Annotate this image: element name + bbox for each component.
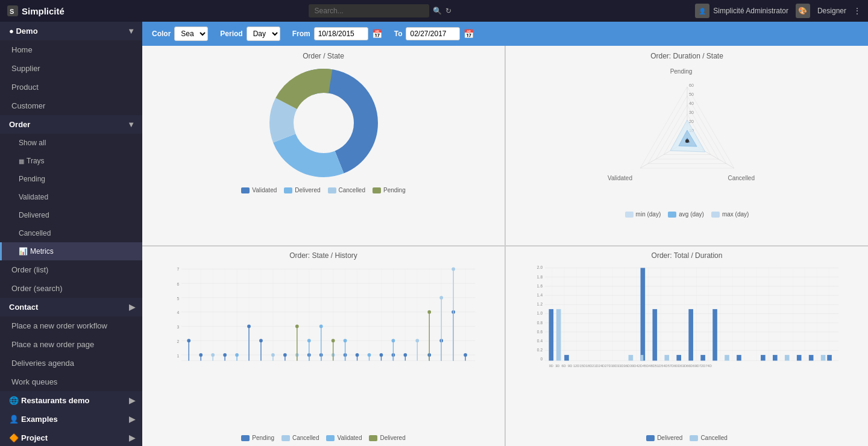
svg-point-133 (427, 310, 431, 314)
legend-validated: Validated (241, 187, 277, 193)
from-input[interactable] (314, 27, 368, 40)
svg-point-115 (451, 268, 455, 271)
from-calendar-icon[interactable]: 📅 (372, 29, 382, 39)
topbar: S Simplicité 🔍 ↻ 👤 Simplicité Administra… (0, 0, 868, 22)
order-arrow: ▼ (127, 120, 135, 129)
legend-delivered: Delivered (284, 187, 320, 193)
history-chart-title: Order: State / History (289, 251, 357, 260)
svg-text:40: 40 (689, 101, 694, 105)
lollipop-delivered (295, 310, 431, 361)
svg-text:57D: 57D (668, 364, 674, 368)
topbar-right: 👤 Simplicité Administrator 🎨 Designer ⋮ (695, 4, 861, 18)
svg-rect-222 (725, 355, 729, 361)
vert-grid (189, 269, 465, 360)
radar-legend: min (day) avg (day) max (day) (625, 211, 749, 218)
svg-text:0: 0 (540, 357, 542, 361)
history-chart: 7 6 5 4 3 2 1 (145, 262, 502, 431)
lollipop-pending (187, 310, 467, 361)
sidebar-item-product[interactable]: Product (0, 78, 142, 96)
duration-svg: 2.0 1.8 1.6 1.4 1.2 1.0 0.8 0.6 0.4 0.2 … (508, 262, 866, 377)
sidebar-item-pending[interactable]: Pending (0, 170, 142, 188)
sidebar-section-examples[interactable]: 👤 Examples ▶ (0, 410, 142, 429)
svg-text:5: 5 (177, 297, 179, 301)
sidebar-item-validated[interactable]: Validated (0, 188, 142, 206)
sidebar-item-trays[interactable]: ▦ Trays (0, 152, 142, 170)
radar-chart: Pending Validated Cancelled (603, 63, 772, 207)
sidebar-item-cancelled[interactable]: Cancelled (0, 224, 142, 242)
duration-legend: Delivered Cancelled (646, 435, 728, 441)
svg-rect-215 (797, 355, 802, 361)
sidebar-item-order-list[interactable]: Order (list) (0, 260, 142, 279)
user-name: Simplicité Administrator (713, 7, 788, 15)
sidebar-item-customer[interactable]: Customer (0, 96, 142, 115)
svg-text:0.2: 0.2 (537, 348, 543, 352)
app-name: Simplicité (22, 6, 64, 16)
period-label: Period (220, 30, 242, 38)
svg-point-105 (271, 353, 275, 357)
to-group: To 📅 (394, 27, 474, 40)
legend-hist-validated: Validated (326, 435, 362, 441)
svg-text:27D: 27D (605, 364, 611, 368)
sidebar-item-metrics[interactable]: 📊 Metrics (0, 242, 142, 260)
svg-text:1.4: 1.4 (537, 293, 543, 297)
svg-text:60: 60 (689, 83, 694, 87)
svg-text:S: S (10, 8, 14, 15)
svg-point-101 (464, 353, 467, 357)
project-icon: 🔶 (9, 433, 19, 442)
svg-text:1.6: 1.6 (537, 284, 543, 288)
sidebar-item-home[interactable]: Home (0, 40, 142, 59)
history-chart-panel: Order: State / History 7 6 5 4 3 2 1 (142, 247, 505, 446)
sidebar-item-supplier[interactable]: Supplier (0, 59, 142, 78)
legend-dur-cancelled: Cancelled (690, 435, 727, 441)
svg-text:1.8: 1.8 (537, 275, 543, 279)
svg-rect-223 (785, 355, 790, 361)
sidebar-section-order[interactable]: Order ▼ (0, 115, 142, 134)
sidebar-item-place-order-workflow[interactable]: Place a new order workflow (0, 316, 142, 335)
svg-rect-224 (821, 355, 826, 361)
radar-chart-title: Order: Duration / State (650, 52, 723, 60)
from-label: From (292, 30, 310, 38)
sidebar-section-contact[interactable]: Contact ▶ (0, 298, 142, 316)
svg-text:72D: 72D (699, 364, 705, 368)
color-select[interactable]: Sea (174, 27, 208, 41)
demo-label: ● Demo (9, 27, 38, 36)
legend-avg-dot (668, 212, 676, 218)
svg-rect-211 (712, 309, 717, 361)
legend-min-day: min (day) (625, 211, 661, 218)
svg-point-121 (319, 325, 323, 328)
svg-point-125 (368, 353, 371, 357)
sidebar-section-restaurants[interactable]: 🌐 Restaurants demo ▶ (0, 391, 142, 410)
sidebar-item-work-queues[interactable]: Work queues (0, 372, 142, 391)
sidebar-item-order-search[interactable]: Order (search) (0, 279, 142, 298)
svg-point-87 (356, 353, 359, 357)
to-input[interactable] (406, 27, 460, 40)
svg-rect-220 (641, 355, 644, 361)
sidebar-item-deliveries-agenda[interactable]: Deliveries agenda (0, 354, 142, 372)
search-input[interactable] (309, 4, 429, 17)
more-icon[interactable]: ⋮ (854, 7, 861, 15)
legend-pending: Pending (373, 187, 406, 193)
svg-point-127 (392, 339, 395, 342)
period-select[interactable]: Day (247, 27, 280, 41)
svg-text:12D: 12D (573, 364, 579, 368)
svg-text:1.2: 1.2 (537, 302, 543, 306)
search-icon[interactable]: 🔍 (433, 7, 442, 15)
app-logo: S Simplicité (7, 5, 64, 16)
svg-rect-208 (676, 355, 681, 361)
sidebar-item-delivered[interactable]: Delivered (0, 206, 142, 224)
legend-cancelled-dot (328, 187, 336, 193)
donut-chart (263, 63, 384, 183)
refresh-icon[interactable]: ↻ (445, 7, 451, 15)
svg-text:0D: 0D (549, 364, 553, 368)
sidebar-section-project[interactable]: 🔶 Project ▶ (0, 429, 142, 446)
legend-dur-cancelled-dot (690, 435, 698, 441)
to-calendar-icon[interactable]: 📅 (464, 29, 474, 39)
legend-hist-validated-dot (326, 435, 335, 441)
sidebar-section-demo[interactable]: ● Demo ▼ (0, 22, 142, 40)
trays-icon: ▦ (19, 158, 24, 165)
duration-chart: 2.0 1.8 1.6 1.4 1.2 1.0 0.8 0.6 0.4 0.2 … (508, 262, 866, 431)
legend-min-dot (625, 212, 634, 218)
svg-rect-204 (549, 309, 554, 361)
sidebar-item-place-order-page[interactable]: Place a new order page (0, 335, 142, 354)
sidebar-item-show-all[interactable]: Show all (0, 134, 142, 152)
